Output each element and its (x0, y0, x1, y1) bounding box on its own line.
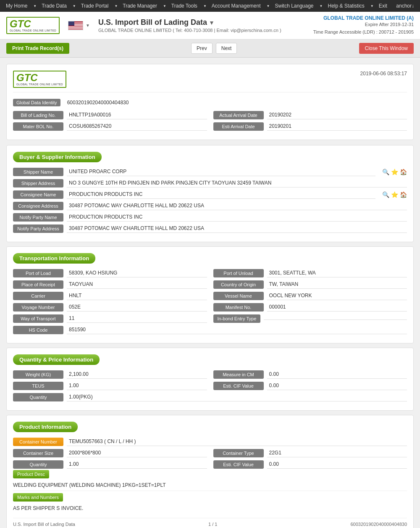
place-of-receipt-label: Place of Receipt (13, 280, 63, 289)
shipper-star-icon[interactable]: ⭐ (391, 169, 398, 175)
shipper-name-row: Shipper Name UNITED PROARC CORP 🔍 ⭐ 🏠 (13, 167, 407, 176)
consignee-search-icon[interactable]: 🔍 (382, 191, 389, 198)
buyer-supplier-section-header: Buyer & Supplier Information (13, 152, 102, 162)
flag-dropdown-arrow[interactable]: ▼ (86, 23, 90, 28)
us-flag (68, 21, 83, 30)
title-dropdown-arrow[interactable]: ▼ (209, 19, 215, 26)
quantity-qp-label: Quantity (13, 393, 63, 401)
nav-account-mgmt-arrow: ▼ (264, 4, 273, 8)
nav-trade-manager[interactable]: Trade Manager (120, 3, 160, 9)
country-of-origin-field: Country of Origin TW, TAIWAN (213, 280, 407, 289)
way-of-transport-field: Way of Transport 11 (13, 314, 207, 323)
global-data-identity-label: Global Data Identity (13, 99, 60, 106)
container-type-value: 22G1 (267, 449, 407, 457)
nav-account-management[interactable]: Account Management (209, 3, 263, 9)
card-footer-middle: 1 / 1 (208, 522, 217, 527)
buyer-supplier-card: Buyer & Supplier Information Shipper Nam… (6, 145, 414, 242)
vessel-name-label: Vessel Name (213, 292, 264, 300)
product-card: Product Information Container Number TEM… (6, 415, 414, 528)
carrier-field: Carrier HNLT (13, 291, 207, 300)
nav-trade-portal[interactable]: Trade Portal (79, 3, 111, 9)
time-range: Time Range Accessible (LDR) : 200712 - 2… (313, 29, 414, 36)
actual-arrival-label: Actual Arrival Date (213, 111, 264, 119)
nav-help-stats[interactable]: Help & Statistics (325, 3, 367, 9)
measure-value: 0.00 (267, 370, 407, 379)
gtc-logo-letters: GTC (10, 19, 56, 29)
nav-switch-language[interactable]: Switch Language (272, 3, 316, 9)
notify-name-label: Notify Party Name (13, 213, 63, 222)
weight-label: Weight (KG) (13, 370, 63, 379)
marks-value: AS PER SHIPPER S INVOICE. (13, 503, 407, 514)
product-qty-value: 1.00 (67, 460, 207, 469)
container-type-label: Container Type (213, 449, 264, 457)
nav-trade-data-arrow: ▼ (70, 4, 79, 8)
shipper-home-icon[interactable]: 🏠 (400, 169, 407, 175)
bol-no-value: HNLTTP19A00016 (67, 111, 207, 119)
master-bol-value: COSU6085267420 (67, 122, 207, 131)
nav-my-home[interactable]: My Home (3, 3, 30, 9)
measure-label: Measure in CM (213, 370, 264, 379)
product-desc-value: WELDING EQUIPMENT (WELDING MACHINE) 1PKG… (13, 480, 407, 491)
notify-name-row: Notify Party Name PRODUCTION PRODUCTS IN… (13, 213, 407, 222)
consignee-name-label: Consignee Name (13, 190, 63, 199)
nav-trade-tools[interactable]: Trade Tools (169, 3, 200, 9)
way-of-transport-label: Way of Transport (13, 314, 63, 323)
quantity-qp-value: 1.00(PKG) (67, 393, 407, 401)
card-footer-left: U.S. Import Bill of Lading Data (13, 522, 75, 527)
esti-arrival-label: Esti Arrival Date (213, 122, 264, 131)
container-size-value: 2000*806*800 (67, 449, 207, 457)
container-type-field: Container Type 22G1 (213, 449, 407, 457)
shipper-address-label: Shipper Address (13, 179, 63, 187)
company-name: GLOBAL TRADE ONLINE LIMITED (A) (313, 15, 414, 21)
esti-cif-qp-value: 0.00 (267, 381, 407, 390)
place-of-receipt-field: Place of Receipt TAOYUAN (13, 280, 207, 289)
vessel-name-value: OOCL NEW YORK (267, 291, 407, 300)
esti-arrival-value: 20190201 (267, 122, 407, 131)
product-desc-label: Product Desc (13, 470, 49, 478)
consignee-name-value: PRODUCTION PRODUCTS INC (67, 190, 375, 199)
weight-field: Weight (KG) 2,100.00 (13, 370, 207, 379)
manifest-no-value: 000001 (267, 303, 407, 312)
print-button-top[interactable]: Print Trade Record(s) (6, 43, 69, 54)
consignee-star-icon[interactable]: ⭐ (391, 191, 398, 198)
product-qty-cif-row: Quantity 1.00 Esti. CIF Value 0.00 (13, 460, 407, 469)
expire-date: Expire After 2019-12-31 (313, 21, 414, 29)
hs-code-value: 851590 (67, 325, 407, 334)
main-content: GTC GLOBAL TRADE ONLINE LIMITED 2019-06-… (0, 58, 420, 528)
nav-user[interactable]: anchor↓ (394, 3, 417, 9)
marks-label: Marks and Numbers (13, 493, 63, 502)
card-footer: U.S. Import Bill of Lading Data 1 / 1 60… (13, 518, 407, 528)
nav-exit[interactable]: Exit (376, 3, 390, 9)
carrier-vessel-row: Carrier HNLT Vessel Name OOCL NEW YORK (13, 291, 407, 300)
close-button-top[interactable]: Close This Window (359, 43, 414, 54)
product-desc-row: Product Desc (13, 471, 407, 477)
place-of-receipt-value: TAOYUAN (67, 280, 207, 289)
in-bond-entry-field: In-bond Entry Type (213, 314, 407, 323)
flag-selector[interactable]: ▼ (68, 21, 90, 30)
nav-trade-data[interactable]: Trade Data (39, 3, 69, 9)
transport-bond-row: Way of Transport 11 In-bond Entry Type (13, 314, 407, 323)
weight-measure-row: Weight (KG) 2,100.00 Measure in CM 0.00 (13, 370, 407, 379)
port-of-unload-label: Port of Unload (213, 269, 264, 277)
voyage-number-label: Voyage Number (13, 303, 63, 312)
container-number-value: TEMU5057663 ( CN / L / HH ) (67, 437, 407, 446)
country-of-origin-label: Country of Origin (213, 280, 264, 289)
teus-value: 1.00 (67, 381, 207, 390)
gtc-logo-full-text: GLOBAL TRADE ONLINE LIMITED (10, 29, 56, 32)
next-button-top[interactable]: Next (216, 43, 237, 54)
shipper-search-icon[interactable]: 🔍 (382, 169, 389, 175)
container-size-field: Container Size 2000*806*800 (13, 449, 207, 457)
way-of-transport-value: 11 (67, 314, 207, 323)
notify-address-value: 30487 POTOMAC WAY CHARLOTTE HALL MD 2062… (67, 224, 407, 233)
card-footer-right: 6003201902040000404830 (350, 522, 407, 527)
weight-value: 2,100.00 (67, 370, 207, 379)
container-number-label: Container Number (13, 438, 63, 446)
card-logo-full: GLOBAL TRADE ONLINE LIMITED (16, 83, 63, 86)
voyage-manifest-row: Voyage Number 052E Manifest No. 000001 (13, 303, 407, 312)
shipper-name-label: Shipper Name (13, 168, 63, 176)
card-logo-border: GTC GLOBAL TRADE ONLINE LIMITED (13, 71, 66, 88)
port-of-load-field: Port of Load 58309, KAO HSIUNG (13, 269, 207, 277)
prev-button-top[interactable]: Prev (191, 43, 213, 54)
measure-field: Measure in CM 0.00 (213, 370, 407, 379)
consignee-home-icon[interactable]: 🏠 (400, 191, 407, 198)
